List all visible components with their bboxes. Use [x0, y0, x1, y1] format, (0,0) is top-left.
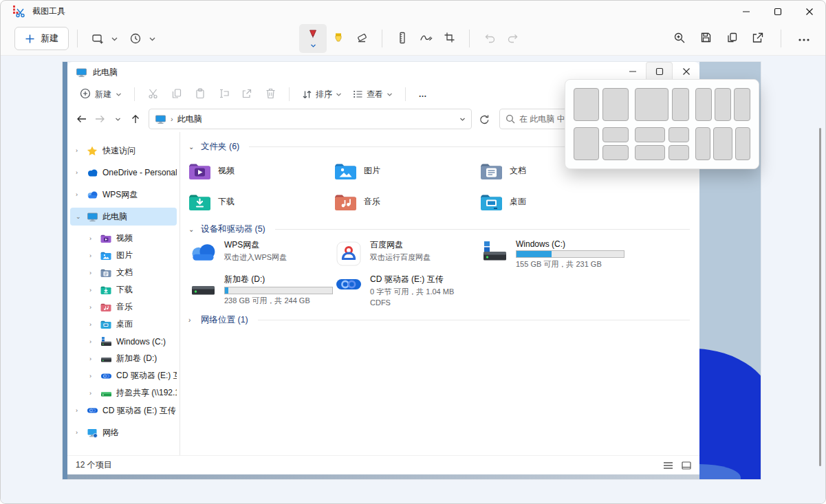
sidebar-item[interactable]: ›图片	[70, 247, 177, 264]
zoom-button[interactable]	[668, 27, 691, 50]
view-dropdown[interactable]: 查看	[347, 86, 398, 103]
canvas-scrollbar[interactable]	[819, 128, 821, 466]
maximize-button[interactable]	[762, 1, 794, 22]
folder-tile[interactable]: 桌面	[480, 186, 699, 217]
folder-tile[interactable]: 视频	[188, 155, 334, 186]
breadcrumb[interactable]: 此电脑	[177, 113, 202, 125]
drive-tile[interactable]: Windows (C:)155 GB 可用，共 231 GB	[480, 238, 699, 272]
chevron-right-icon[interactable]: ›	[89, 338, 96, 345]
chevron-right-icon[interactable]: ›	[89, 287, 96, 294]
snap-zone[interactable]	[672, 88, 689, 121]
snap-layout-option-two-columns-equal[interactable]	[574, 88, 629, 121]
snap-layout-option-half-plus-two-stacked[interactable]	[574, 127, 629, 160]
rename-button[interactable]	[212, 85, 235, 104]
recent-locations-button[interactable]	[109, 110, 127, 128]
sidebar-item[interactable]: ›新加卷 (D:)	[70, 350, 177, 367]
highlighter-tool[interactable]	[327, 27, 350, 50]
save-button[interactable]	[694, 27, 717, 50]
delete-button[interactable]	[259, 85, 282, 104]
eraser-tool[interactable]	[350, 27, 373, 50]
chevron-right-icon[interactable]: ›	[89, 373, 96, 380]
snap-zone[interactable]	[734, 88, 750, 121]
snap-zone[interactable]	[574, 88, 599, 121]
chevron-right-icon[interactable]: ›	[89, 235, 96, 242]
address-dropdown-icon[interactable]	[459, 116, 466, 122]
sidebar-item[interactable]: ›音乐	[70, 298, 177, 316]
ruler-tool[interactable]	[391, 27, 414, 50]
snap-zone[interactable]	[602, 88, 628, 121]
sidebar-item[interactable]: ⌄此电脑	[70, 208, 177, 226]
chevron-right-icon[interactable]: ›	[89, 390, 96, 397]
sort-dropdown[interactable]: 排序	[296, 86, 347, 103]
share-button[interactable]	[746, 27, 770, 50]
explorer-more-button[interactable]: …	[413, 89, 433, 99]
sidebar-item[interactable]: ›CD 驱动器 (E:) 互传	[70, 402, 177, 419]
sidebar-item[interactable]: ›OneDrive - Personal	[70, 164, 177, 182]
chevron-right-icon[interactable]: ›	[188, 316, 197, 324]
drive-tile[interactable]: 新加卷 (D:)238 GB 可用，共 244 GB	[188, 272, 334, 307]
sidebar-item[interactable]: ›文档	[70, 264, 177, 281]
snap-zone[interactable]	[695, 127, 710, 160]
delay-dropdown[interactable]	[124, 27, 156, 50]
chevron-right-icon[interactable]: ›	[76, 191, 83, 198]
chevron-down-icon[interactable]: ⌄	[188, 226, 197, 233]
sidebar-item[interactable]: ›网络	[70, 424, 177, 441]
share-file-button[interactable]	[235, 85, 259, 104]
snap-zone[interactable]	[715, 88, 731, 121]
folder-tile[interactable]: 图片	[334, 155, 480, 186]
copy-button[interactable]	[165, 85, 188, 104]
chevron-right-icon[interactable]: ›	[89, 321, 96, 328]
large-icons-view-icon[interactable]	[682, 461, 691, 470]
section-header[interactable]: ⌄设备和驱动器 (5)	[188, 221, 699, 237]
up-button[interactable]	[127, 110, 144, 128]
snap-layout-option-two-columns-wide-left[interactable]	[635, 88, 690, 121]
cut-button[interactable]	[142, 85, 165, 104]
redo-button[interactable]	[501, 27, 525, 50]
new-snip-button[interactable]: 新建	[14, 27, 69, 50]
snap-zone[interactable]	[602, 127, 628, 142]
snap-zone[interactable]	[735, 127, 750, 160]
chevron-right-icon[interactable]: ›	[76, 147, 83, 154]
snap-zone[interactable]	[602, 145, 628, 160]
more-options-button[interactable]	[792, 27, 816, 50]
chevron-right-icon[interactable]: ›	[89, 355, 96, 362]
sidebar-item[interactable]: ›快速访问	[70, 142, 177, 160]
snap-layout-option-quad-grid[interactable]	[635, 127, 690, 160]
snap-zone[interactable]	[669, 127, 689, 142]
sidebar-item[interactable]: ›持盈共享 (\\192.168.0.166	[70, 384, 177, 402]
back-button[interactable]	[73, 110, 91, 128]
close-button[interactable]	[794, 1, 825, 22]
address-input[interactable]: › 此电脑	[149, 109, 472, 129]
chevron-down-icon[interactable]: ⌄	[76, 213, 83, 220]
sidebar-item[interactable]: ›Windows (C:)	[70, 333, 177, 350]
snap-layout-option-three-columns-equal[interactable]	[695, 88, 750, 121]
touch-writing-tool[interactable]	[414, 27, 437, 50]
paste-button[interactable]	[188, 85, 212, 104]
snap-layout-option-three-columns-wide-center[interactable]	[695, 127, 750, 160]
chevron-right-icon[interactable]: ›	[76, 429, 83, 436]
minimize-button[interactable]	[730, 1, 762, 22]
chevron-right-icon[interactable]: ›	[89, 252, 96, 259]
refresh-button[interactable]	[475, 109, 494, 129]
sidebar-item[interactable]: ›视频	[70, 230, 177, 247]
chevron-down-icon[interactable]: ⌄	[188, 143, 197, 151]
snap-zone[interactable]	[713, 127, 733, 160]
chevron-right-icon[interactable]: ›	[89, 304, 96, 311]
undo-button[interactable]	[478, 27, 501, 50]
sidebar-item[interactable]: ›WPS网盘	[70, 186, 177, 204]
drive-tile[interactable]: 百度网盘双击运行百度网盘	[334, 238, 480, 272]
sidebar-item[interactable]: ›CD 驱动器 (E:) 互传	[70, 367, 177, 384]
snip-mode-dropdown[interactable]	[86, 27, 118, 50]
snap-zone[interactable]	[635, 88, 669, 121]
explorer-new-button[interactable]: 新建	[74, 85, 127, 104]
forward-button[interactable]	[91, 110, 109, 128]
section-header[interactable]: ›网络位置 (1)	[188, 312, 699, 327]
copy-button[interactable]	[720, 27, 743, 50]
sidebar-item[interactable]: ›桌面	[70, 316, 177, 333]
snap-zone[interactable]	[635, 127, 666, 142]
snap-zone[interactable]	[669, 145, 689, 160]
details-view-icon[interactable]	[663, 461, 673, 470]
chevron-right-icon[interactable]: ›	[89, 270, 96, 276]
crop-tool[interactable]	[437, 27, 461, 50]
folder-tile[interactable]: 下载	[188, 186, 334, 217]
